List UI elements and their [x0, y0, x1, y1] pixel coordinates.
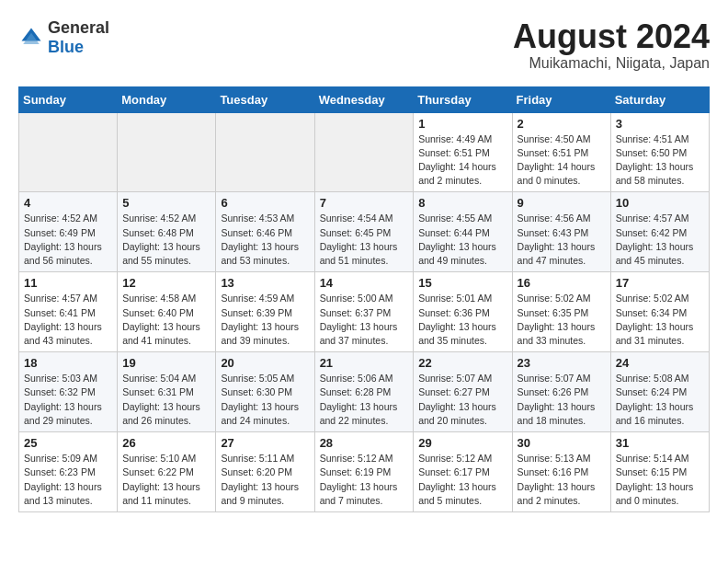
day-number: 31 — [616, 436, 704, 450]
calendar-cell — [216, 112, 314, 192]
calendar-cell: 20Sunrise: 5:05 AM Sunset: 6:30 PM Dayli… — [216, 352, 314, 432]
cell-content: 27Sunrise: 5:11 AM Sunset: 6:20 PM Dayli… — [221, 436, 309, 508]
calendar-cell: 17Sunrise: 5:02 AM Sunset: 6:34 PM Dayli… — [610, 272, 709, 352]
cell-content: 4Sunrise: 4:52 AM Sunset: 6:49 PM Daylig… — [24, 196, 112, 268]
calendar-cell: 28Sunrise: 5:12 AM Sunset: 6:19 PM Dayli… — [314, 432, 414, 512]
day-number: 28 — [320, 436, 409, 450]
calendar-cell: 1Sunrise: 4:49 AM Sunset: 6:51 PM Daylig… — [414, 112, 512, 192]
day-info: Sunrise: 4:51 AM Sunset: 6:50 PM Dayligh… — [616, 132, 704, 189]
cell-content: 5Sunrise: 4:52 AM Sunset: 6:48 PM Daylig… — [122, 196, 210, 268]
day-info: Sunrise: 5:08 AM Sunset: 6:24 PM Dayligh… — [616, 372, 704, 428]
calendar-header: SundayMondayTuesdayWednesdayThursdayFrid… — [19, 86, 710, 112]
day-number: 26 — [122, 436, 210, 450]
day-info: Sunrise: 5:05 AM Sunset: 6:30 PM Dayligh… — [221, 372, 309, 428]
calendar-table: SundayMondayTuesdayWednesdayThursdayFrid… — [18, 86, 710, 512]
day-info: Sunrise: 4:57 AM Sunset: 6:41 PM Dayligh… — [24, 292, 112, 348]
cell-content: 21Sunrise: 5:06 AM Sunset: 6:28 PM Dayli… — [320, 356, 409, 428]
calendar-cell: 4Sunrise: 4:52 AM Sunset: 6:49 PM Daylig… — [19, 192, 118, 272]
day-info: Sunrise: 5:13 AM Sunset: 6:16 PM Dayligh… — [518, 452, 606, 508]
calendar-cell — [118, 112, 216, 192]
day-number: 24 — [616, 356, 704, 370]
day-number: 11 — [24, 276, 112, 290]
day-info: Sunrise: 5:02 AM Sunset: 6:35 PM Dayligh… — [518, 292, 606, 348]
cell-content: 14Sunrise: 5:00 AM Sunset: 6:37 PM Dayli… — [320, 276, 409, 348]
subtitle: Muikamachi, Niigata, Japan — [513, 55, 710, 72]
weekday-header-tuesday: Tuesday — [216, 86, 314, 112]
cell-content: 26Sunrise: 5:10 AM Sunset: 6:22 PM Dayli… — [122, 436, 210, 508]
cell-content: 31Sunrise: 5:14 AM Sunset: 6:15 PM Dayli… — [616, 436, 704, 508]
weekday-header-saturday: Saturday — [610, 86, 709, 112]
day-number: 18 — [24, 356, 112, 370]
day-number: 25 — [24, 436, 112, 450]
day-info: Sunrise: 5:00 AM Sunset: 6:37 PM Dayligh… — [320, 292, 409, 348]
calendar-cell: 27Sunrise: 5:11 AM Sunset: 6:20 PM Dayli… — [216, 432, 314, 512]
day-info: Sunrise: 4:49 AM Sunset: 6:51 PM Dayligh… — [418, 132, 506, 189]
day-info: Sunrise: 5:07 AM Sunset: 6:27 PM Dayligh… — [418, 372, 506, 428]
calendar-cell: 6Sunrise: 4:53 AM Sunset: 6:46 PM Daylig… — [216, 192, 314, 272]
calendar-cell: 16Sunrise: 5:02 AM Sunset: 6:35 PM Dayli… — [512, 272, 610, 352]
day-info: Sunrise: 5:12 AM Sunset: 6:17 PM Dayligh… — [418, 452, 506, 508]
weekday-header-monday: Monday — [118, 86, 216, 112]
cell-content: 15Sunrise: 5:01 AM Sunset: 6:36 PM Dayli… — [418, 276, 506, 348]
day-number: 20 — [221, 356, 309, 370]
day-number: 5 — [122, 196, 210, 210]
day-number: 21 — [320, 356, 409, 370]
day-number: 14 — [320, 276, 409, 290]
day-number: 3 — [616, 117, 704, 131]
cell-content: 9Sunrise: 4:56 AM Sunset: 6:43 PM Daylig… — [518, 196, 606, 268]
day-number: 7 — [320, 196, 409, 210]
calendar-cell — [19, 112, 118, 192]
day-info: Sunrise: 5:03 AM Sunset: 6:32 PM Dayligh… — [24, 372, 112, 428]
weekday-header-sunday: Sunday — [19, 86, 118, 112]
calendar-cell: 31Sunrise: 5:14 AM Sunset: 6:15 PM Dayli… — [610, 432, 709, 512]
calendar-cell: 9Sunrise: 4:56 AM Sunset: 6:43 PM Daylig… — [512, 192, 610, 272]
day-number: 10 — [616, 196, 704, 210]
day-number: 2 — [518, 117, 606, 131]
calendar-cell: 22Sunrise: 5:07 AM Sunset: 6:27 PM Dayli… — [414, 352, 512, 432]
cell-content: 22Sunrise: 5:07 AM Sunset: 6:27 PM Dayli… — [418, 356, 506, 428]
day-number: 12 — [122, 276, 210, 290]
logo-text: General Blue — [48, 18, 109, 57]
day-info: Sunrise: 4:54 AM Sunset: 6:45 PM Dayligh… — [320, 212, 409, 268]
cell-content: 10Sunrise: 4:57 AM Sunset: 6:42 PM Dayli… — [616, 196, 704, 268]
week-row-2: 4Sunrise: 4:52 AM Sunset: 6:49 PM Daylig… — [19, 192, 710, 272]
day-number: 8 — [418, 196, 506, 210]
calendar-cell: 23Sunrise: 5:07 AM Sunset: 6:26 PM Dayli… — [512, 352, 610, 432]
calendar-cell: 2Sunrise: 4:50 AM Sunset: 6:51 PM Daylig… — [512, 112, 610, 192]
calendar-cell: 18Sunrise: 5:03 AM Sunset: 6:32 PM Dayli… — [19, 352, 118, 432]
calendar-cell: 30Sunrise: 5:13 AM Sunset: 6:16 PM Dayli… — [512, 432, 610, 512]
day-number: 6 — [221, 196, 309, 210]
logo: General Blue — [18, 18, 109, 57]
day-info: Sunrise: 5:09 AM Sunset: 6:23 PM Dayligh… — [24, 452, 112, 508]
cell-content: 1Sunrise: 4:49 AM Sunset: 6:51 PM Daylig… — [418, 117, 506, 189]
calendar-cell — [314, 112, 414, 192]
day-number: 22 — [418, 356, 506, 370]
title-block: August 2024 Muikamachi, Niigata, Japan — [513, 18, 710, 72]
week-row-4: 18Sunrise: 5:03 AM Sunset: 6:32 PM Dayli… — [19, 352, 710, 432]
weekday-header-friday: Friday — [512, 86, 610, 112]
day-info: Sunrise: 4:55 AM Sunset: 6:44 PM Dayligh… — [418, 212, 506, 268]
day-number: 23 — [518, 356, 606, 370]
calendar-cell: 5Sunrise: 4:52 AM Sunset: 6:48 PM Daylig… — [118, 192, 216, 272]
cell-content: 23Sunrise: 5:07 AM Sunset: 6:26 PM Dayli… — [518, 356, 606, 428]
day-number: 15 — [418, 276, 506, 290]
day-info: Sunrise: 4:59 AM Sunset: 6:39 PM Dayligh… — [221, 292, 309, 348]
day-info: Sunrise: 4:58 AM Sunset: 6:40 PM Dayligh… — [122, 292, 210, 348]
day-number: 19 — [122, 356, 210, 370]
cell-content: 3Sunrise: 4:51 AM Sunset: 6:50 PM Daylig… — [616, 117, 704, 189]
day-info: Sunrise: 5:01 AM Sunset: 6:36 PM Dayligh… — [418, 292, 506, 348]
day-info: Sunrise: 5:04 AM Sunset: 6:31 PM Dayligh… — [122, 372, 210, 428]
cell-content: 24Sunrise: 5:08 AM Sunset: 6:24 PM Dayli… — [616, 356, 704, 428]
cell-content: 25Sunrise: 5:09 AM Sunset: 6:23 PM Dayli… — [24, 436, 112, 508]
cell-content: 19Sunrise: 5:04 AM Sunset: 6:31 PM Dayli… — [122, 356, 210, 428]
calendar-body: 1Sunrise: 4:49 AM Sunset: 6:51 PM Daylig… — [19, 112, 710, 511]
day-info: Sunrise: 5:02 AM Sunset: 6:34 PM Dayligh… — [616, 292, 704, 348]
cell-content: 6Sunrise: 4:53 AM Sunset: 6:46 PM Daylig… — [221, 196, 309, 268]
day-info: Sunrise: 5:07 AM Sunset: 6:26 PM Dayligh… — [518, 372, 606, 428]
calendar-cell: 25Sunrise: 5:09 AM Sunset: 6:23 PM Dayli… — [19, 432, 118, 512]
day-info: Sunrise: 5:12 AM Sunset: 6:19 PM Dayligh… — [320, 452, 409, 508]
day-number: 30 — [518, 436, 606, 450]
calendar-cell: 8Sunrise: 4:55 AM Sunset: 6:44 PM Daylig… — [414, 192, 512, 272]
calendar-cell: 21Sunrise: 5:06 AM Sunset: 6:28 PM Dayli… — [314, 352, 414, 432]
day-info: Sunrise: 4:53 AM Sunset: 6:46 PM Dayligh… — [221, 212, 309, 268]
